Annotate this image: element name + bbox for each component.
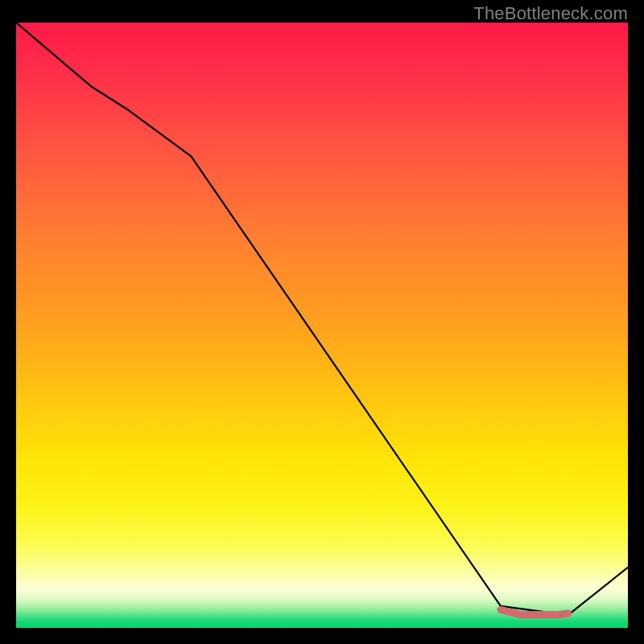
watermark-text: TheBottleneck.com	[473, 3, 628, 24]
plot-background-gradient	[16, 23, 628, 628]
chart-stage: TheBottleneck.com	[0, 0, 644, 644]
